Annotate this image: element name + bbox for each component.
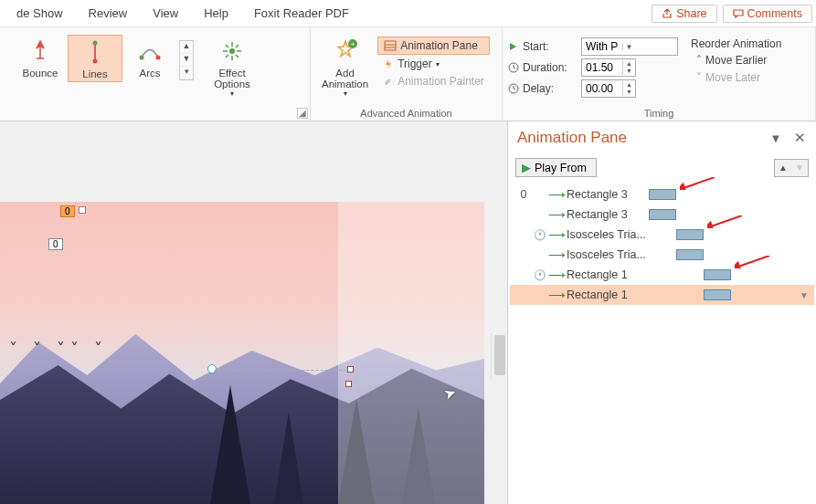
chevron-up-icon: ˄ bbox=[696, 54, 702, 67]
trigger-icon bbox=[383, 58, 394, 69]
share-button[interactable]: Share bbox=[652, 5, 716, 23]
comments-button[interactable]: Comments bbox=[723, 5, 812, 23]
reorder-up-icon[interactable]: ▲ bbox=[775, 160, 791, 176]
pane-options-icon[interactable]: ▼ bbox=[768, 131, 783, 145]
annotation-arrow bbox=[735, 256, 771, 267]
slide-scene: ˅ ˅ ˅˅ ˅ ➤ bbox=[0, 202, 484, 504]
pane-title: Animation Pane bbox=[517, 129, 759, 147]
workspace: ˅ ˅ ˅˅ ˅ ➤ 0 0 Animation Pane ▼ ✕ bbox=[0, 121, 816, 504]
animation-tag-0[interactable]: 0 bbox=[60, 205, 75, 217]
delay-label: Delay: bbox=[523, 82, 578, 95]
share-icon bbox=[662, 8, 673, 19]
start-label: Start: bbox=[523, 40, 578, 53]
clock-icon: 🕐 bbox=[532, 269, 548, 281]
move-later-button: ˅ Move Later bbox=[691, 69, 781, 86]
row-menu-icon[interactable]: ▼ bbox=[800, 290, 809, 300]
play-icon: ▶ bbox=[522, 161, 531, 174]
delay-input[interactable]: ▲▼ bbox=[581, 79, 636, 98]
animation-pane-button[interactable]: Animation Pane bbox=[377, 37, 490, 55]
advanced-animation-label: Advanced Animation bbox=[316, 108, 496, 121]
duration-label: Duration: bbox=[523, 61, 578, 74]
svg-line-13 bbox=[684, 177, 715, 188]
timing-label: Timing bbox=[508, 108, 810, 121]
menubar: de Show Review View Help Foxit Reader PD… bbox=[0, 0, 816, 27]
add-animation-icon: + bbox=[333, 38, 358, 64]
selection-handle[interactable] bbox=[79, 206, 86, 214]
svg-rect-8 bbox=[385, 41, 396, 50]
add-animation-button[interactable]: + Add Animation▾ bbox=[316, 35, 374, 100]
animation-row[interactable]: ⟶ Rectangle 3 bbox=[510, 205, 814, 225]
arcs-icon bbox=[137, 40, 163, 62]
gallery-scroll[interactable]: ▲ ▼ ▾ bbox=[179, 40, 194, 80]
gallery-up-icon[interactable]: ▲ bbox=[180, 41, 193, 54]
move-earlier-button[interactable]: ˄ Move Earlier bbox=[691, 52, 781, 68]
start-select[interactable]: ▼ bbox=[581, 37, 678, 56]
spin-down-icon[interactable]: ▼ bbox=[622, 89, 635, 96]
close-icon[interactable]: ✕ bbox=[792, 130, 807, 146]
duration-icon bbox=[508, 62, 519, 73]
effect-bounce[interactable]: Bounce bbox=[13, 35, 68, 80]
path-handle[interactable] bbox=[345, 381, 352, 387]
rotation-handle[interactable] bbox=[207, 364, 217, 373]
delay-icon bbox=[508, 83, 519, 94]
gallery-more-icon[interactable]: ▾ bbox=[180, 67, 193, 79]
motion-path-icon: ⟶ bbox=[548, 248, 567, 262]
motion-path-icon: ⟶ bbox=[548, 268, 567, 282]
effect-arcs[interactable]: Arcs bbox=[122, 35, 177, 80]
vertical-scrollbar[interactable] bbox=[491, 333, 507, 379]
duration-value[interactable] bbox=[582, 61, 622, 74]
clock-icon: 🕐 bbox=[532, 229, 548, 241]
bounce-icon bbox=[27, 38, 53, 64]
svg-line-14 bbox=[711, 215, 742, 226]
annotation-arrow bbox=[680, 177, 716, 188]
lines-icon bbox=[85, 40, 105, 64]
motion-path-icon: ⟶ bbox=[548, 228, 567, 242]
spin-up-icon[interactable]: ▲ bbox=[622, 81, 635, 89]
trigger-button[interactable]: Trigger▾ bbox=[377, 56, 490, 72]
effect-lines[interactable]: Lines bbox=[68, 35, 122, 82]
menu-help[interactable]: Help bbox=[191, 3, 241, 24]
svg-point-0 bbox=[93, 41, 98, 46]
animation-list: 0 ⟶ Rectangle 3 ⟶ Rectangle 3 🕐 ⟶ Isosce… bbox=[508, 181, 816, 309]
reorder-label: Reorder Animation bbox=[691, 37, 781, 50]
animation-pane: Animation Pane ▼ ✕ ▶ Play From ▲ ▼ 0 ⟶ R… bbox=[507, 121, 816, 504]
menu-review[interactable]: Review bbox=[76, 3, 141, 24]
svg-point-2 bbox=[93, 59, 98, 64]
motion-path-icon: ⟶ bbox=[548, 208, 567, 222]
menu-foxit[interactable]: Foxit Reader PDF bbox=[241, 3, 362, 24]
animation-row[interactable]: 0 ⟶ Rectangle 3 bbox=[510, 184, 814, 205]
spin-down-icon[interactable]: ▼ bbox=[622, 68, 635, 75]
animation-painter-button: Animation Painter bbox=[377, 73, 490, 89]
effect-options-icon bbox=[220, 39, 244, 63]
svg-line-15 bbox=[738, 256, 769, 267]
gallery-down-icon[interactable]: ▼ bbox=[180, 54, 193, 67]
play-from-button[interactable]: ▶ Play From bbox=[515, 158, 597, 177]
annotation-arrow bbox=[707, 215, 744, 226]
animation-dialog-launcher[interactable]: ◢ bbox=[297, 108, 308, 119]
effect-options-button[interactable]: Effect Options▾ bbox=[205, 35, 260, 100]
birds-graphic: ˅ ˅ ˅˅ ˅ bbox=[9, 339, 108, 359]
painter-icon bbox=[383, 76, 394, 87]
svg-text:+: + bbox=[350, 40, 355, 48]
animation-row[interactable]: 🕐 ⟶ Isosceles Tria... bbox=[510, 225, 814, 245]
menu-view[interactable]: View bbox=[140, 3, 191, 24]
start-value[interactable] bbox=[582, 40, 622, 53]
animation-pane-icon bbox=[384, 40, 397, 51]
motion-path-icon: ⟶ bbox=[548, 188, 567, 202]
chevron-down-icon: ˅ bbox=[696, 71, 702, 84]
chevron-down-icon[interactable]: ▼ bbox=[622, 43, 635, 51]
animation-row[interactable]: ⟶ Rectangle 1 ▼ bbox=[510, 285, 814, 305]
path-end-handle[interactable] bbox=[347, 366, 354, 373]
ribbon: Bounce Lines Arcs ▲ ▼ ▾ Effect Options▾ … bbox=[0, 27, 816, 121]
motion-path-icon: ⟶ bbox=[548, 289, 567, 302]
svg-point-5 bbox=[229, 48, 235, 54]
menu-slideshow[interactable]: de Show bbox=[4, 3, 76, 24]
animation-tag-1[interactable]: 0 bbox=[48, 238, 63, 250]
comment-icon bbox=[733, 8, 744, 19]
svg-point-4 bbox=[156, 56, 161, 60]
start-play-icon bbox=[508, 41, 519, 52]
spin-up-icon[interactable]: ▲ bbox=[622, 60, 635, 68]
duration-input[interactable]: ▲▼ bbox=[581, 58, 636, 77]
delay-value[interactable] bbox=[582, 82, 622, 95]
slide-canvas[interactable]: ˅ ˅ ˅˅ ˅ ➤ 0 0 bbox=[0, 121, 507, 504]
